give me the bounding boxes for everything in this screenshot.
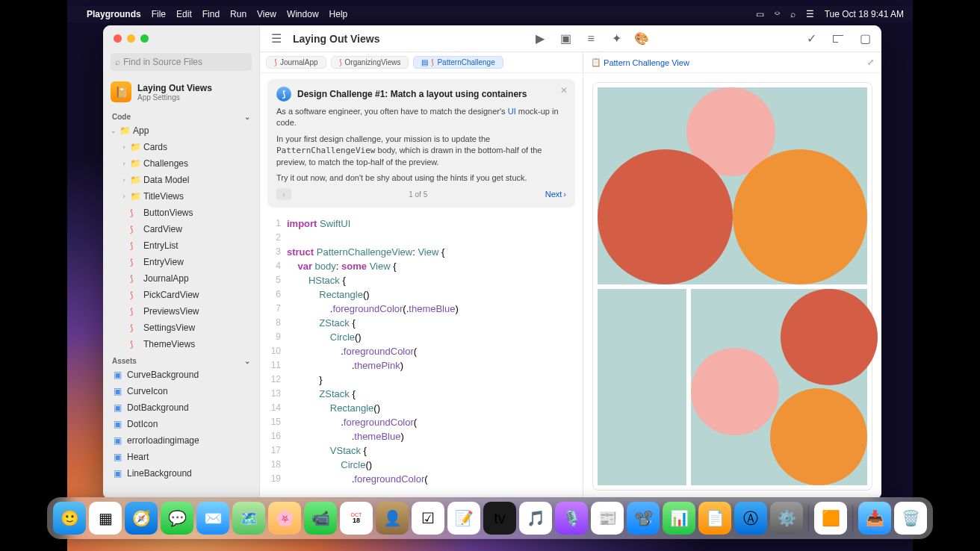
- dock-reminders[interactable]: ☑︎: [412, 502, 444, 535]
- dock-safari[interactable]: 🧭: [125, 502, 158, 535]
- swift-file-pickcardview[interactable]: ⟆PickCardView: [103, 287, 259, 303]
- folder-icon: 📁: [130, 175, 140, 185]
- crumb-patternchallenge[interactable]: ▤⟆PatternChallenge: [413, 56, 503, 69]
- dock-calendar[interactable]: OCT18: [340, 502, 373, 535]
- dock-trash[interactable]: 🗑️: [894, 502, 927, 535]
- crumb-journalapp[interactable]: ⟆JournalApp: [266, 56, 326, 69]
- project-row[interactable]: 📔 Laying Out Views App Settings: [103, 75, 259, 108]
- asset-dotbackground[interactable]: ▣DotBackground: [103, 399, 259, 416]
- asset-curvebackground[interactable]: ▣CurveBackground: [103, 367, 259, 383]
- settings-icon[interactable]: ≡: [582, 30, 600, 48]
- stop-button[interactable]: ▣: [556, 30, 574, 48]
- menubar-app[interactable]: Playgrounds: [87, 9, 141, 19]
- close-icon[interactable]: ✕: [560, 85, 568, 96]
- asset-linebackground[interactable]: ▣LineBackground: [103, 465, 259, 482]
- dock-music[interactable]: 🎵: [519, 502, 552, 535]
- search-input[interactable]: ⌕ Find in Source Files: [111, 53, 252, 71]
- dock-separator: [808, 505, 809, 532]
- chart-icon[interactable]: ⫍: [829, 30, 847, 48]
- dock-news[interactable]: 📰: [591, 502, 624, 535]
- challenge-badge-icon: ⟆: [276, 87, 291, 102]
- star-icon[interactable]: ✦: [607, 30, 625, 48]
- ui-link[interactable]: UI: [508, 107, 516, 116]
- swift-file-entrylist[interactable]: ⟆EntryList: [103, 237, 259, 254]
- dock-appstore[interactable]: Ⓐ: [734, 502, 767, 535]
- folder-datamodel[interactable]: ›📁Data Model: [103, 172, 259, 188]
- asset-heart[interactable]: ▣Heart: [103, 449, 259, 465]
- swift-icon: ⟆: [274, 58, 277, 66]
- control-center-icon[interactable]: ☰: [806, 9, 814, 19]
- zoom-button[interactable]: [140, 34, 149, 43]
- run-button[interactable]: ▶: [531, 30, 549, 48]
- swift-file-previewsview[interactable]: ⟆PreviewsView: [103, 303, 259, 320]
- swift-icon: ⟆: [130, 340, 140, 349]
- dock-finder[interactable]: 🙂: [53, 502, 86, 535]
- section-assets-label: Assets: [112, 357, 137, 365]
- swift-file-settingsview[interactable]: ⟆SettingsView: [103, 320, 259, 336]
- dock-notes[interactable]: 📝: [447, 502, 480, 535]
- file-label: CardView: [143, 224, 182, 234]
- next-button[interactable]: Next ›: [545, 190, 566, 199]
- dock-tv[interactable]: tv: [483, 502, 516, 535]
- menu-find[interactable]: Find: [202, 9, 220, 19]
- asset-label: Heart: [127, 452, 149, 462]
- swift-file-cardview[interactable]: ⟆CardView: [103, 221, 259, 237]
- section-assets[interactable]: Assets ⌄: [103, 352, 259, 367]
- menu-run[interactable]: Run: [230, 9, 246, 19]
- folder-titleviews[interactable]: ›📁TitleViews: [103, 188, 259, 205]
- dock-contacts[interactable]: 👤: [376, 502, 409, 535]
- crumb-organizingviews[interactable]: ⟆OrganizingViews: [331, 56, 409, 69]
- asset-curveicon[interactable]: ▣CurveIcon: [103, 383, 259, 399]
- battery-icon[interactable]: ▭: [756, 9, 764, 19]
- palette-icon[interactable]: 🎨: [633, 30, 651, 48]
- prev-button[interactable]: ‹: [276, 188, 291, 200]
- asset-doticon[interactable]: ▣DotIcon: [103, 416, 259, 432]
- swift-file-buttonviews[interactable]: ⟆ButtonViews: [103, 205, 259, 221]
- swift-file-entryview[interactable]: ⟆EntryView: [103, 254, 259, 270]
- dock-downloads[interactable]: 📥: [858, 502, 891, 535]
- asset-label: errorloadingimage: [127, 435, 199, 446]
- dock-settings[interactable]: ⚙️: [770, 502, 803, 535]
- dock-playgrounds[interactable]: 🟧: [814, 502, 847, 535]
- preview-canvas: [583, 73, 881, 499]
- dock-mail[interactable]: ✉️: [196, 502, 229, 535]
- close-button[interactable]: [114, 34, 122, 43]
- chevron-down-icon: ⌄: [244, 357, 250, 365]
- dock-launchpad[interactable]: ▦: [89, 502, 122, 535]
- minimize-button[interactable]: [127, 34, 135, 43]
- dock-photos[interactable]: 🌸: [268, 502, 301, 535]
- dock-facetime[interactable]: 📹: [304, 502, 337, 535]
- search-icon: ⌕: [115, 57, 120, 67]
- section-code[interactable]: Code ⌄: [103, 108, 259, 122]
- asset-errorloadingimage[interactable]: ▣errorloadingimage: [103, 432, 259, 449]
- menu-help[interactable]: Help: [329, 9, 348, 19]
- menu-edit[interactable]: Edit: [176, 9, 192, 19]
- dock-maps[interactable]: 🗺️: [232, 502, 265, 535]
- dock-podcasts[interactable]: 🎙️: [555, 502, 588, 535]
- code-editor[interactable]: 12345678910111213141516171819 import Swi…: [260, 214, 583, 499]
- menu-file[interactable]: File: [152, 9, 166, 19]
- file-label: JournalApp: [143, 273, 189, 284]
- swift-file-themeviews[interactable]: ⟆ThemeViews: [103, 336, 259, 352]
- swift-file-journalapp[interactable]: ⟆JournalApp: [103, 270, 259, 287]
- toggle-sidebar-button[interactable]: ☰: [267, 30, 285, 48]
- dock-numbers[interactable]: 📊: [663, 502, 695, 535]
- menu-window[interactable]: Window: [287, 9, 319, 19]
- orange-circle: [770, 388, 867, 485]
- wifi-icon[interactable]: ⌔: [775, 9, 780, 19]
- folder-app[interactable]: ⌄ 📁 App: [103, 122, 259, 139]
- dock-messages[interactable]: 💬: [161, 502, 193, 535]
- spotlight-icon[interactable]: ⌕: [790, 9, 796, 19]
- folder-icon: 📁: [130, 142, 140, 152]
- folder-challenges[interactable]: ›📁Challenges: [103, 155, 259, 172]
- dock-keynote[interactable]: 📽️: [627, 502, 660, 535]
- swift-icon: ⟆: [130, 225, 140, 234]
- menu-view[interactable]: View: [257, 9, 276, 19]
- macos-menubar: Playgrounds File Edit Find Run View Wind…: [67, 6, 913, 22]
- library-icon[interactable]: ▢: [856, 30, 874, 48]
- expand-icon[interactable]: ⤢: [867, 57, 874, 67]
- checkmark-icon[interactable]: ✓: [802, 30, 820, 48]
- dock-pages[interactable]: 📄: [698, 502, 731, 535]
- folder-cards[interactable]: ›📁Cards: [103, 139, 259, 155]
- menubar-clock[interactable]: Tue Oct 18 9:41 AM: [825, 9, 904, 19]
